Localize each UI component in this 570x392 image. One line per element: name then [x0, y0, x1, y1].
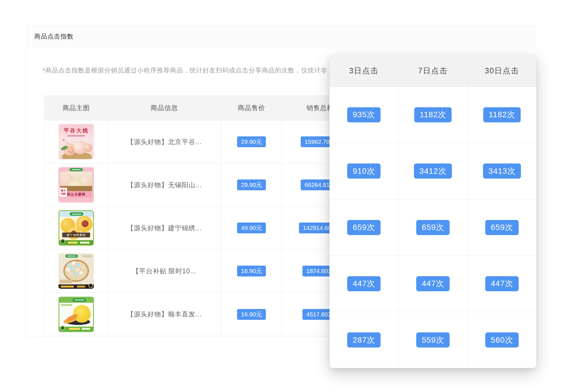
strip-text-bar: [68, 242, 78, 244]
product-art-subtitle-bar: [68, 135, 85, 137]
price-badge[interactable]: 29.90元: [237, 136, 266, 147]
col-header-3day-clicks: 3日点击: [330, 55, 399, 86]
table-row: 建宁锦绣黄桃 【源头好物】建宁锦绣... 49.90元 142914.60次: [45, 207, 358, 250]
strip-text-bar: [77, 286, 85, 288]
peach-shape: [84, 144, 92, 152]
green-store-badge: [70, 168, 83, 171]
corner-text-bar: [61, 304, 72, 306]
product-image: [58, 253, 94, 289]
egg-shape: [81, 265, 84, 269]
egg-shape: [67, 263, 71, 267]
frame-bottom: [60, 197, 92, 203]
store-seal: [88, 283, 93, 288]
sf-express-label: 顺丰 包邮: [60, 188, 67, 197]
table-row: 平谷大桃 【源头好物】北京平谷... 29.90元 15962.70次: [45, 120, 358, 163]
click-stats-row: 935次 1182次 1182次: [330, 87, 536, 143]
click-count-badge[interactable]: 659次: [416, 220, 450, 235]
click-stats-row: 287次 559次 560次: [330, 312, 536, 368]
product-name: 【平台补贴 限时10...: [132, 267, 196, 276]
green-store-badge: [65, 254, 78, 258]
product-name: 【源头好物】建宁锦绣...: [127, 224, 202, 233]
strip-text-bar: [82, 328, 90, 330]
sf-express-line1: 顺丰: [61, 189, 66, 192]
click-count-badge[interactable]: 3412次: [414, 163, 452, 179]
table-header-row: 商品主图 商品信息 商品售价 销售总额: [45, 96, 358, 120]
click-count-badge[interactable]: 559次: [416, 332, 450, 347]
page-title: 商品点击指数: [34, 32, 74, 41]
product-name: 【源头好物】北京平谷...: [127, 138, 202, 146]
price-badge[interactable]: 16.90元: [237, 266, 266, 276]
col-header-main-image: 商品主图: [62, 104, 90, 112]
strip-text-bar: [61, 286, 74, 288]
click-count-badge[interactable]: 447次: [347, 276, 381, 291]
click-count-badge[interactable]: 3413次: [483, 163, 521, 179]
click-count-badge[interactable]: 287次: [347, 332, 381, 347]
click-stats-header-row: 3日点击 7日点击 30日点击: [330, 55, 536, 87]
egg-shape: [66, 268, 70, 272]
egg-shape: [70, 266, 75, 271]
click-count-badge[interactable]: 935次: [347, 107, 381, 122]
price-badge[interactable]: 29.90元: [237, 179, 266, 190]
egg-shape: [76, 268, 80, 272]
product-image: 平谷大桃: [58, 124, 94, 159]
store-seal: [60, 239, 65, 244]
table-row: 阳山水蜜桃 顺丰 包邮 【源头好物】无锡阳山... 29.90元 66264.8…: [45, 163, 358, 207]
click-stats-row: 447次 447次 447次: [330, 256, 536, 312]
click-index-note: *商品点击指数是根据分销员通过小程序推荐商品，统计好友扫码或点击分享商品的次数，…: [43, 66, 328, 75]
product-image: 阳山水蜜桃 顺丰 包邮: [58, 167, 94, 203]
egg-shape: [69, 272, 73, 276]
products-table: 商品主图 商品信息 商品售价 销售总额 平谷大桃: [45, 96, 358, 336]
store-seal: [60, 326, 65, 330]
peach-pit-shape: [82, 220, 88, 227]
price-badge[interactable]: 16.90元: [237, 309, 266, 320]
click-stats-body: 935次 1182次 1182次 910次 3412次 3413次 659次 6…: [330, 87, 536, 368]
green-store-badge: [70, 212, 83, 216]
click-stats-row: 910次 3412次 3413次: [330, 143, 536, 199]
product-image: [58, 297, 94, 332]
click-count-badge[interactable]: 1182次: [483, 107, 521, 122]
click-stats-row: 659次 659次 659次: [330, 199, 536, 256]
sf-express-line2: 包邮: [61, 192, 66, 195]
col-header-30day-clicks: 30日点击: [468, 55, 536, 86]
col-header-product-info: 商品信息: [151, 104, 178, 112]
click-count-badge[interactable]: 910次: [347, 163, 381, 179]
col-header-price: 商品售价: [238, 104, 265, 112]
product-art-title: 平谷大桃: [58, 127, 94, 134]
egg-shape: [74, 272, 78, 276]
image-strip-label: 建宁锦绣黄桃: [62, 233, 90, 237]
click-count-badge[interactable]: 1182次: [414, 107, 452, 122]
blossom-dot: [66, 142, 68, 144]
product-name: 【源头好物】无锡阳山...: [127, 181, 202, 189]
egg-shape: [72, 261, 76, 265]
strip-text-bar: [80, 242, 90, 244]
product-image: 建宁锦绣黄桃: [58, 210, 94, 246]
click-count-badge[interactable]: 659次: [485, 220, 519, 235]
blossom-dot: [62, 139, 65, 141]
egg-shape: [76, 263, 80, 267]
tan-label-bar: [60, 280, 72, 283]
table-row: 【平台补贴 限时10... 16.90元 1874.60次: [45, 250, 358, 293]
click-count-badge[interactable]: 447次: [416, 276, 450, 291]
strip-text-bar: [69, 328, 80, 330]
click-count-badge[interactable]: 560次: [485, 332, 519, 347]
product-name: 【源头好物】顺丰直发...: [127, 310, 202, 319]
price-badge[interactable]: 49.90元: [237, 223, 266, 233]
egg-shape: [79, 271, 83, 275]
corner-text-bar: [82, 255, 92, 257]
peach-half-shape: [67, 146, 74, 153]
col-header-7day-clicks: 7日点击: [399, 55, 468, 86]
green-store-badge: [72, 298, 86, 302]
card-header: 商品点击指数: [26, 26, 535, 47]
click-count-badge[interactable]: 447次: [485, 276, 519, 291]
click-stats-panel: 3日点击 7日点击 30日点击 935次 1182次 1182次 910次 34…: [330, 55, 536, 368]
table-row: 【源头好物】顺丰直发... 16.90元 4517.80次: [45, 293, 358, 336]
click-count-badge[interactable]: 659次: [347, 220, 381, 235]
